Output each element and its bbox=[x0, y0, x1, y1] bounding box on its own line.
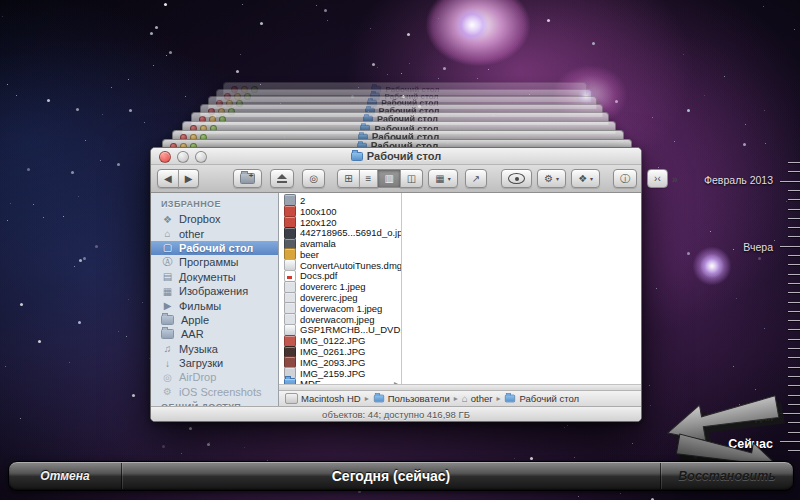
file-row[interactable]: Docs.pdf bbox=[279, 271, 401, 282]
new-folder-button[interactable] bbox=[233, 169, 262, 188]
timeline-tick[interactable] bbox=[788, 162, 800, 163]
minimize-button[interactable] bbox=[177, 151, 189, 163]
sidebar-item-downloads[interactable]: ↓Загрузки bbox=[151, 356, 278, 370]
sidebar-item-airdrop[interactable]: ◎AirDrop bbox=[151, 370, 278, 384]
path-item[interactable]: Macintosh HD bbox=[285, 393, 361, 404]
timeline-tick[interactable] bbox=[788, 209, 800, 210]
timeline-tick[interactable] bbox=[788, 311, 800, 312]
file-row[interactable]: 120x120 bbox=[279, 217, 401, 228]
timeline-tick[interactable] bbox=[788, 264, 800, 265]
sidebar-item-documents[interactable]: ▤Документы bbox=[151, 270, 278, 284]
timeline-tick[interactable] bbox=[780, 246, 800, 247]
shared-header: ОБЩИЙ ДОСТУП bbox=[151, 399, 278, 406]
sidebar-item-other[interactable]: ⌂other bbox=[151, 226, 278, 240]
file-row[interactable]: beer bbox=[279, 249, 401, 260]
sidebar-item-apple[interactable]: Apple bbox=[151, 313, 278, 327]
timeline-tick[interactable] bbox=[788, 190, 800, 191]
toolbar-overflow-chevron[interactable]: » bbox=[672, 173, 678, 185]
sidebar-item-label: other bbox=[179, 228, 204, 240]
burn-button[interactable]: ◎ bbox=[302, 169, 325, 188]
timeline-tick[interactable] bbox=[788, 171, 800, 172]
file-row[interactable]: IMG_0122.JPG bbox=[279, 335, 401, 346]
path-item[interactable]: Пользователи bbox=[373, 393, 450, 404]
view-columns-button[interactable]: ▥ bbox=[377, 169, 400, 188]
file-row[interactable]: IMG_2093.JPG bbox=[279, 357, 401, 368]
file-name: ConvertAutoiTunes.dmg bbox=[300, 260, 402, 271]
timeline-tick[interactable] bbox=[788, 283, 800, 284]
timeline-tick[interactable] bbox=[788, 367, 800, 368]
file-row[interactable]: doverwacom 1.jpeg bbox=[279, 303, 401, 314]
sidebar-item-desktop[interactable]: ▢Рабочий стол bbox=[151, 241, 278, 255]
file-row[interactable]: MDF▸ bbox=[279, 379, 401, 384]
timeline-tick[interactable] bbox=[788, 292, 800, 293]
folder-icon bbox=[374, 395, 384, 403]
file-name: doverwacom.jpeg bbox=[300, 314, 374, 325]
sidebar-item-label: Программы bbox=[179, 256, 238, 268]
view-list-button[interactable]: ≡ bbox=[359, 169, 379, 188]
dropbox-menu-button[interactable]: ❖▾ bbox=[571, 169, 600, 188]
sidebar-item-movies[interactable]: ▶Фильмы bbox=[151, 298, 278, 312]
file-row[interactable]: avamala bbox=[279, 238, 401, 249]
timeline-tick[interactable] bbox=[788, 339, 800, 340]
timeline-tick[interactable] bbox=[780, 181, 800, 182]
file-column: 2100x100120x120442718965...5691d_o.jpgav… bbox=[279, 193, 402, 384]
view-coverflow-button[interactable]: ◫ bbox=[400, 169, 423, 188]
collapse-toolbar-button[interactable]: ›‹ bbox=[647, 169, 668, 188]
file-row[interactable]: ConvertAutoiTunes.dmg bbox=[279, 260, 401, 271]
info-button[interactable]: ⓘ bbox=[613, 169, 637, 188]
quicklook-button[interactable] bbox=[501, 169, 532, 188]
file-name: GSP1RMCHB...U_DVD.dmg bbox=[300, 324, 402, 335]
forward-button[interactable]: ▶ bbox=[178, 169, 200, 188]
timeline-label[interactable]: Вчера bbox=[743, 241, 773, 253]
view-icons-button[interactable]: ⊞ bbox=[337, 169, 359, 188]
action-icon: ⚙ bbox=[544, 173, 553, 184]
sidebar-item-dropbox[interactable]: ❖Dropbox bbox=[151, 212, 278, 226]
timeline-tick[interactable] bbox=[788, 199, 800, 200]
arrange-button[interactable]: ▦▾ bbox=[428, 169, 457, 188]
column-2[interactable] bbox=[402, 193, 641, 384]
other-icon: ⌂ bbox=[161, 228, 174, 239]
file-row[interactable]: GSP1RMCHB...U_DVD.dmg bbox=[279, 325, 401, 336]
timeline-tick[interactable] bbox=[788, 385, 800, 386]
file-row[interactable]: IMG_2159.JPG bbox=[279, 368, 401, 379]
timeline-tick[interactable] bbox=[788, 218, 800, 219]
timeline-tick[interactable] bbox=[788, 357, 800, 358]
file-row[interactable]: 442718965...5691d_o.jpg bbox=[279, 227, 401, 238]
eject-button[interactable] bbox=[270, 169, 294, 188]
timeline-tick[interactable] bbox=[788, 227, 800, 228]
timeline-tick[interactable] bbox=[788, 320, 800, 321]
sidebar-item-ios-screenshots[interactable]: ⚙iOS Screenshots bbox=[151, 385, 278, 399]
timeline-tick[interactable] bbox=[788, 236, 800, 237]
timeline-tick[interactable] bbox=[788, 348, 800, 349]
sidebar-item-label: Apple bbox=[181, 314, 209, 326]
zoom-button[interactable] bbox=[195, 151, 207, 163]
file-row[interactable]: 100x100 bbox=[279, 206, 401, 217]
file-row[interactable]: dovererc.jpeg bbox=[279, 292, 401, 303]
sidebar-item-aar[interactable]: AAR bbox=[151, 327, 278, 341]
path-item[interactable]: ⌂other bbox=[462, 393, 493, 404]
share-button[interactable]: ↗ bbox=[465, 169, 487, 188]
action-button[interactable]: ⚙▾ bbox=[537, 169, 566, 188]
sidebar-item-applications[interactable]: ⒶПрограммы bbox=[151, 255, 278, 269]
restore-button[interactable]: Восстановить bbox=[661, 469, 793, 483]
file-row[interactable]: dovererc 1.jpeg bbox=[279, 281, 401, 292]
timeline-tick[interactable] bbox=[788, 376, 800, 377]
close-button[interactable] bbox=[159, 151, 171, 163]
caret-down-icon: ▾ bbox=[448, 175, 451, 182]
path-item[interactable]: Рабочий стол bbox=[504, 393, 579, 404]
timeline-tick[interactable] bbox=[788, 274, 800, 275]
sidebar-item-music[interactable]: ♫Музыка bbox=[151, 342, 278, 356]
timeline-tick[interactable] bbox=[788, 255, 800, 256]
back-button[interactable]: ◀ bbox=[157, 169, 179, 188]
file-row[interactable]: 2 bbox=[279, 195, 401, 206]
window-titlebar[interactable]: Рабочий стол bbox=[151, 148, 641, 165]
timeline-tick[interactable] bbox=[788, 329, 800, 330]
timeline-tick[interactable] bbox=[788, 302, 800, 303]
file-row[interactable]: IMG_0261.JPG bbox=[279, 346, 401, 357]
file-row[interactable]: doverwacom.jpeg bbox=[279, 314, 401, 325]
timeline-label[interactable]: Февраль 2013 bbox=[704, 174, 773, 186]
file-name: MDF bbox=[300, 378, 321, 384]
finder-window[interactable]: Рабочий стол ◀▶◎⊞≡▥◫▦▾↗⚙▾❖▾ⓘ›‹» ИЗБРАННО… bbox=[150, 147, 642, 422]
cancel-button[interactable]: Отмена bbox=[9, 469, 121, 483]
sidebar-item-pictures[interactable]: ▦Изображения bbox=[151, 284, 278, 298]
